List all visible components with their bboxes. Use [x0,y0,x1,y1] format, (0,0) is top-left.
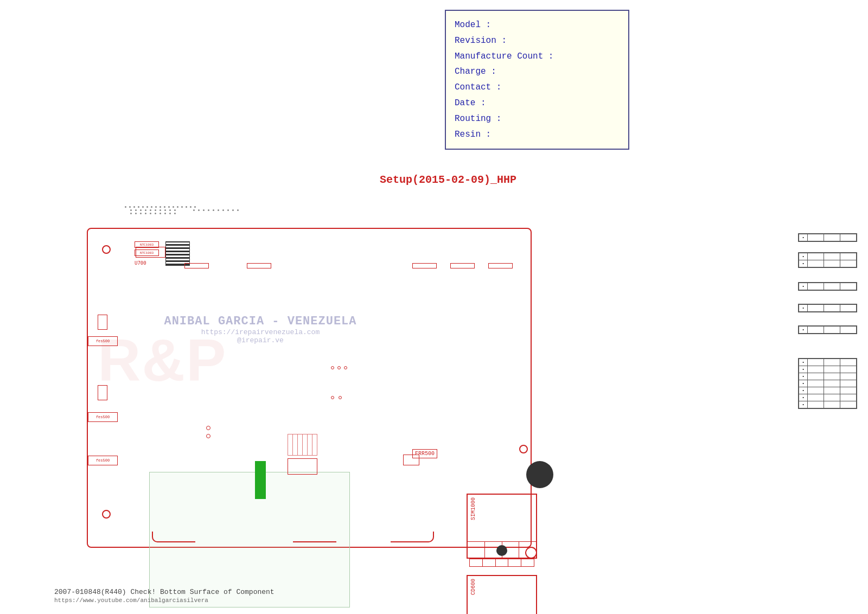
connector-h3 [412,263,437,268]
right-connector-3: • [798,282,857,291]
bottom-text: 2007-010848(R440) Check! Bottom Surface … [54,588,275,604]
right-connector-1: • [798,233,857,242]
info-box: Model : Revision : Manufacture Count : C… [445,10,629,150]
ic-chip-1 [288,434,317,456]
small-black-circle [496,545,507,556]
mounting-hole-tl [102,245,111,254]
cd600-label: CD600 [470,579,476,595]
pcb-board: ANIBAL GARCIA - VENEZUELA https://irepai… [54,206,542,564]
bottom-notch-2 [293,532,336,542]
left-label-3: fes500 [88,456,118,465]
mounting-hole-bl [102,510,111,519]
connector-h5 [488,263,513,268]
setup-label: Setup(2015-02-09)_HHP [380,174,516,186]
date-label: Date : [455,95,620,111]
manufacture-count-label: Manufacture Count : [455,49,620,65]
small-circle-1 [206,426,210,430]
green-component [255,461,266,499]
bottom-notch-3 [391,532,434,542]
connector-h4 [450,263,475,268]
ic-chip-2 [288,458,317,475]
left-label-2: fes500 [88,412,118,422]
sim-bottom-connector [469,559,534,567]
resin-label: Resin : [455,127,620,143]
right-connector-5: • [798,325,857,334]
dot-group-lower [331,396,342,399]
small-chip-near-err [403,455,419,465]
contact-label: Contact : [455,80,620,95]
large-circle-component [526,461,553,488]
connector-h1 [184,263,209,268]
chip-ntc2: NTC1083 [135,250,159,256]
connector-h2 [247,263,271,268]
vert-rect-left-1 [98,315,107,330]
charge-label: Charge : [455,64,620,80]
u700-qr-code [165,241,190,266]
sim1000-label: SIM1000 [470,497,476,520]
cd600-connector: CD600 [467,575,537,614]
left-label-1: fes500 [88,336,118,346]
chip-ntc1: NTC1083 [135,241,159,248]
mounting-hole-tr [519,445,528,453]
vert-rect-left-2 [98,385,107,400]
dot-group-center [331,366,347,369]
model-label: Model : [455,17,620,33]
right-connector-large: • • • • • • [798,358,857,409]
right-connector-2: • • [798,252,857,268]
u700-label: U700 [135,260,146,266]
small-circle-2 [206,434,210,438]
routing-label: Routing : [455,111,620,127]
revision-label: Revision : [455,33,620,49]
right-connector-4: • [798,304,857,312]
bottom-notch-1 [152,532,195,542]
